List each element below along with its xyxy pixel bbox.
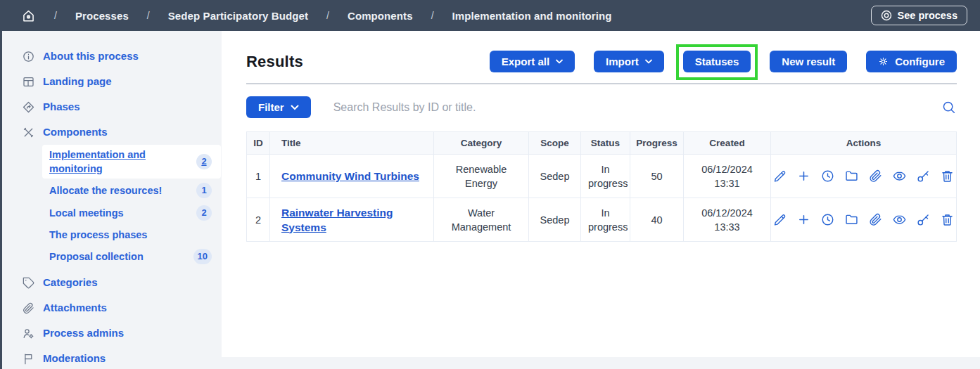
filter-button[interactable]: Filter bbox=[246, 96, 311, 118]
edit-icon[interactable] bbox=[772, 212, 787, 227]
breadcrumb-process-name[interactable]: Sedep Participatory Budget bbox=[168, 10, 308, 22]
sidebar-item-label: Categories bbox=[43, 276, 98, 290]
target-eye-icon bbox=[881, 10, 892, 21]
sidebar-item-process-admins[interactable]: Process admins bbox=[2, 321, 222, 346]
subnav-item-label: Local meetings bbox=[49, 206, 124, 220]
flag-icon bbox=[22, 352, 35, 365]
chevron-down-icon bbox=[645, 59, 652, 64]
trash-icon[interactable] bbox=[940, 212, 955, 227]
configure-button[interactable]: Configure bbox=[866, 51, 957, 72]
folder-icon[interactable] bbox=[844, 212, 859, 227]
clock-icon[interactable] bbox=[820, 169, 835, 183]
search-input[interactable] bbox=[332, 101, 920, 115]
sidebar-item-label: Components bbox=[43, 125, 108, 139]
subnav-item-label: Implementation and monitoring bbox=[49, 148, 196, 176]
breadcrumb-components[interactable]: Components bbox=[348, 10, 413, 22]
new-result-button[interactable]: New result bbox=[770, 51, 847, 72]
cell-id: 1 bbox=[247, 155, 270, 198]
components-subnav: Implementation and monitoring 2 Allocate… bbox=[42, 145, 221, 267]
results-toolbar: Export all Import Statuses New bbox=[490, 51, 957, 72]
eye-icon[interactable] bbox=[892, 169, 907, 183]
eye-icon[interactable] bbox=[892, 212, 907, 227]
result-title-link[interactable]: Community Wind Turbines bbox=[281, 170, 419, 182]
key-icon[interactable] bbox=[916, 212, 931, 227]
subnav-item-label: Allocate the resources! bbox=[49, 183, 162, 198]
subnav-item-allocate-the-resources[interactable]: Allocate the resources! 1 bbox=[42, 180, 221, 201]
filter-row: Filter bbox=[246, 96, 957, 118]
col-header-scope: Scope bbox=[529, 132, 581, 155]
add-icon[interactable] bbox=[796, 212, 811, 227]
breadcrumb-separator: / bbox=[431, 10, 434, 21]
sidebar-item-label: Phases bbox=[43, 100, 80, 114]
subnav-item-label: The process phases bbox=[49, 228, 147, 242]
sidebar-item-attachments[interactable]: Attachments bbox=[2, 295, 222, 321]
table-header-row: ID Title Category Scope Status Progress … bbox=[247, 132, 957, 155]
sidebar-item-moderations[interactable]: Moderations bbox=[2, 346, 222, 369]
subnav-item-proposal-collection[interactable]: Proposal collection 10 bbox=[42, 246, 221, 267]
clock-icon[interactable] bbox=[820, 212, 835, 227]
result-title-link[interactable]: Rainwater Harvesting Systems bbox=[281, 207, 393, 233]
add-icon[interactable] bbox=[796, 169, 811, 183]
configure-label: Configure bbox=[895, 56, 945, 67]
tag-icon bbox=[22, 276, 35, 290]
row-actions bbox=[778, 169, 949, 183]
main-content: Results Export all Import Statuses bbox=[222, 31, 980, 357]
cell-created: 06/12/2024 13:33 bbox=[684, 198, 771, 242]
sidebar-item-label: Landing page bbox=[43, 75, 112, 89]
sidebar-item-components[interactable]: Components bbox=[2, 119, 222, 145]
cell-id: 2 bbox=[247, 198, 270, 242]
cell-scope: Sedep bbox=[529, 198, 581, 242]
app-window: / Processes / Sedep Participatory Budget… bbox=[0, 0, 980, 369]
see-process-label: See process bbox=[898, 10, 957, 21]
sidebar: About this process Landing page Pha bbox=[2, 31, 222, 357]
table-row: 2 Rainwater Harvesting Systems Water Man… bbox=[247, 198, 957, 242]
folder-icon[interactable] bbox=[844, 169, 859, 183]
paperclip-icon bbox=[22, 302, 35, 315]
paperclip-icon[interactable] bbox=[868, 212, 883, 227]
subnav-item-implementation-and-monitoring[interactable]: Implementation and monitoring 2 bbox=[42, 145, 221, 179]
import-label: Import bbox=[606, 56, 639, 67]
sidebar-item-phases[interactable]: Phases bbox=[2, 94, 222, 119]
subnav-item-the-process-phases[interactable]: The process phases bbox=[42, 225, 221, 245]
cell-progress: 40 bbox=[630, 198, 684, 242]
gear-icon bbox=[878, 56, 889, 67]
breadcrumb-processes[interactable]: Processes bbox=[75, 10, 129, 22]
sidebar-item-landing-page[interactable]: Landing page bbox=[2, 69, 222, 94]
count-badge: 10 bbox=[193, 249, 212, 264]
count-badge: 2 bbox=[196, 154, 212, 169]
sidebar-item-label: About this process bbox=[43, 49, 139, 63]
subnav-item-local-meetings[interactable]: Local meetings 2 bbox=[42, 202, 221, 224]
info-icon bbox=[22, 50, 35, 63]
cell-category: Water Management bbox=[434, 198, 529, 242]
filter-label: Filter bbox=[258, 101, 284, 113]
sidebar-item-categories[interactable]: Categories bbox=[2, 270, 222, 295]
cell-category: Renewable Energy bbox=[434, 155, 529, 198]
chevron-down-icon bbox=[556, 59, 563, 64]
subnav-item-label: Proposal collection bbox=[49, 250, 144, 264]
edit-icon[interactable] bbox=[772, 169, 787, 183]
user-gear-icon bbox=[22, 327, 35, 340]
breadcrumb-bar: / Processes / Sedep Participatory Budget… bbox=[0, 0, 980, 31]
cell-scope: Sedep bbox=[529, 155, 581, 198]
col-header-category: Category bbox=[434, 132, 529, 155]
breadcrumb-separator: / bbox=[54, 10, 57, 21]
home-icon[interactable] bbox=[21, 8, 36, 23]
col-header-title: Title bbox=[270, 132, 434, 155]
export-all-button[interactable]: Export all bbox=[490, 51, 575, 72]
statuses-button[interactable]: Statuses bbox=[683, 51, 751, 72]
paperclip-icon[interactable] bbox=[868, 169, 883, 183]
breadcrumb-separator: / bbox=[147, 10, 150, 21]
col-header-actions: Actions bbox=[771, 132, 957, 155]
cell-status: In progress bbox=[581, 198, 630, 242]
key-icon[interactable] bbox=[916, 169, 931, 183]
trash-icon[interactable] bbox=[940, 169, 955, 183]
cell-status: In progress bbox=[581, 155, 630, 198]
col-header-created: Created bbox=[684, 132, 771, 155]
results-table: ID Title Category Scope Status Progress … bbox=[246, 131, 957, 242]
sidebar-item-about[interactable]: About this process bbox=[2, 44, 222, 69]
page-title: Results bbox=[246, 53, 303, 71]
import-button[interactable]: Import bbox=[594, 51, 664, 72]
see-process-button[interactable]: See process bbox=[871, 6, 967, 25]
search-button[interactable] bbox=[941, 100, 957, 115]
chevron-down-icon bbox=[291, 105, 299, 110]
